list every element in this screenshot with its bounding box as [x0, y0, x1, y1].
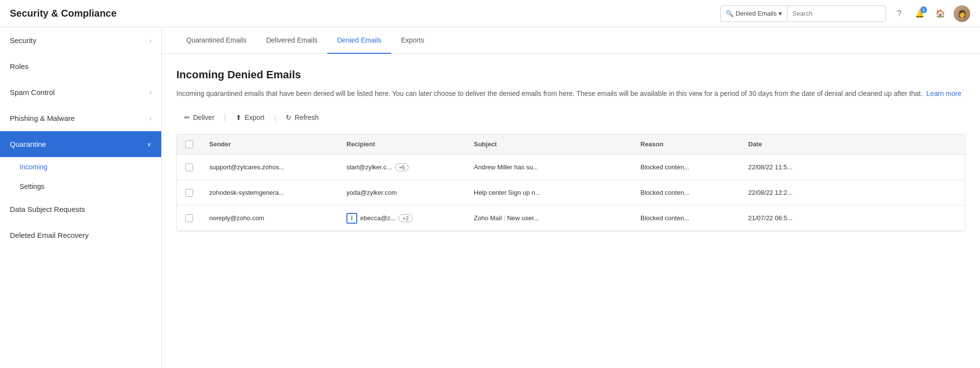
row-sender: support@zylcares.zohos...: [201, 157, 339, 178]
sidebar-sub-item-label: Settings: [20, 183, 45, 190]
sidebar-item-label: Data Subject Requests: [10, 205, 85, 213]
page-description: Incoming quarantined emails that have be…: [176, 88, 965, 99]
email-table: Sender Recipient Subject Reason Date sup…: [176, 134, 965, 231]
th-checkbox: [177, 140, 201, 148]
table-row[interactable]: support@zylcares.zohos... start@zylker.c…: [177, 155, 965, 180]
learn-more-link[interactable]: Learn more: [927, 90, 962, 97]
table-row[interactable]: zohodesk-systemgenera... yoda@zylker.com…: [177, 180, 965, 206]
deliver-button[interactable]: ✏ Deliver: [176, 111, 222, 124]
action-bar: ✏ Deliver | ⬆ Export | ↻ Refresh: [176, 111, 965, 124]
row-subject: Andrew Miller has su...: [466, 157, 633, 178]
sidebar-item-label: Quarantine: [10, 140, 46, 148]
sidebar-item-label: Spam Control: [10, 88, 55, 96]
refresh-icon: ↻: [286, 114, 292, 121]
recipient-count-badge: +2: [398, 214, 413, 222]
separator: |: [222, 114, 228, 121]
header: Security & Compliance 🔍 Denied Emails ▾ …: [0, 0, 980, 27]
page-title: Incoming Denied Emails: [176, 69, 965, 81]
search-bar[interactable]: 🔍 Denied Emails ▾: [720, 5, 886, 22]
sidebar-item-label: Phishing & Malware: [10, 114, 75, 122]
row-checkbox-cell: [177, 214, 201, 222]
deliver-icon: ✏: [184, 114, 190, 121]
th-subject: Subject: [466, 140, 633, 148]
search-dropdown-label: Denied Emails: [735, 10, 777, 17]
row-reason: Blocked conten...: [633, 207, 740, 229]
row-checkbox[interactable]: [185, 163, 193, 171]
sidebar-item-phishing-malware[interactable]: Phishing & Malware ›: [0, 105, 161, 131]
sidebar-sub-item-settings[interactable]: Settings: [0, 177, 161, 196]
content-area: Quarantined Emails Delivered Emails Deni…: [162, 27, 980, 368]
sidebar-sub-item-label: Incoming: [20, 163, 48, 171]
avatar-image: 👩: [954, 5, 970, 22]
main-layout: Security › Roles Spam Control › Phishing…: [0, 27, 980, 368]
help-icon[interactable]: ?: [892, 6, 906, 21]
row-recipient: yoda@zylker.com: [339, 182, 466, 203]
sidebar-item-label: Security: [10, 36, 36, 45]
th-reason: Reason: [633, 140, 740, 148]
sidebar-sub-item-incoming[interactable]: Incoming: [0, 157, 161, 177]
chevron-right-icon: ›: [149, 115, 151, 122]
row-date: 21/07/22 06:5...: [740, 207, 838, 229]
row-reason: Blocked conten...: [633, 157, 740, 178]
table-header: Sender Recipient Subject Reason Date: [177, 135, 965, 155]
row-recipient: i ebecca@z... +2: [339, 206, 466, 230]
info-icon[interactable]: i: [346, 213, 357, 224]
row-checkbox-cell: [177, 163, 201, 171]
tab-delivered-emails[interactable]: Delivered Emails: [256, 27, 327, 54]
tab-exports[interactable]: Exports: [391, 27, 434, 54]
search-input[interactable]: [787, 10, 885, 17]
row-date: 22/08/22 12:2...: [740, 182, 838, 203]
chevron-down-icon: ∨: [147, 141, 151, 148]
row-date: 22/08/22 11:5...: [740, 157, 838, 178]
sidebar-item-security[interactable]: Security ›: [0, 27, 161, 53]
avatar[interactable]: 👩: [954, 5, 970, 22]
row-sender: noreply@zoho.com: [201, 207, 339, 229]
home-icon[interactable]: 🏠: [933, 6, 948, 21]
notifications-icon[interactable]: 🔔 1: [912, 6, 927, 21]
sidebar-item-quarantine[interactable]: Quarantine ∨: [0, 131, 161, 157]
sidebar-item-deleted-email-recovery[interactable]: Deleted Email Recovery: [0, 222, 161, 248]
th-date: Date: [740, 140, 838, 148]
row-checkbox[interactable]: [185, 189, 193, 197]
sidebar-item-spam-control[interactable]: Spam Control ›: [0, 79, 161, 105]
row-subject: Zoho Mail : New user...: [466, 207, 633, 229]
header-right: 🔍 Denied Emails ▾ ? 🔔 1 🏠 👩: [720, 5, 970, 22]
sidebar-item-data-subject-requests[interactable]: Data Subject Requests: [0, 196, 161, 222]
row-reason: Blocked conten...: [633, 182, 740, 203]
row-sender: zohodesk-systemgenera...: [201, 182, 339, 203]
chevron-down-icon: ▾: [779, 10, 782, 17]
app-title: Security & Compliance: [10, 8, 117, 19]
search-dropdown[interactable]: 🔍 Denied Emails ▾: [721, 6, 787, 22]
export-button[interactable]: ⬆ Export: [228, 111, 272, 124]
row-checkbox-cell: [177, 189, 201, 197]
recipient-count-badge: +6: [395, 163, 409, 171]
sidebar-item-label: Roles: [10, 62, 28, 70]
chevron-right-icon: ›: [149, 89, 151, 96]
select-all-checkbox[interactable]: [185, 140, 193, 148]
tab-quarantined-emails[interactable]: Quarantined Emails: [176, 27, 256, 54]
export-icon: ⬆: [236, 114, 242, 121]
row-checkbox[interactable]: [185, 214, 193, 222]
page-content: Incoming Denied Emails Incoming quaranti…: [162, 54, 980, 246]
sidebar-item-roles[interactable]: Roles: [0, 53, 161, 79]
row-recipient: start@zylker.c... +6: [339, 157, 466, 178]
th-recipient: Recipient: [339, 140, 466, 148]
tabs: Quarantined Emails Delivered Emails Deni…: [162, 27, 980, 54]
sidebar: Security › Roles Spam Control › Phishing…: [0, 27, 162, 368]
tab-denied-emails[interactable]: Denied Emails: [327, 27, 391, 54]
refresh-button[interactable]: ↻ Refresh: [278, 111, 326, 124]
sidebar-item-label: Deleted Email Recovery: [10, 231, 89, 239]
row-subject: Help center Sign up n...: [466, 182, 633, 203]
chevron-right-icon: ›: [149, 37, 151, 44]
search-icon: 🔍: [726, 10, 734, 17]
table-row[interactable]: noreply@zoho.com i ebecca@z... +2 Zoho M…: [177, 206, 965, 231]
th-sender: Sender: [201, 140, 339, 148]
separator: |: [272, 114, 278, 121]
notification-badge: 1: [920, 6, 927, 13]
